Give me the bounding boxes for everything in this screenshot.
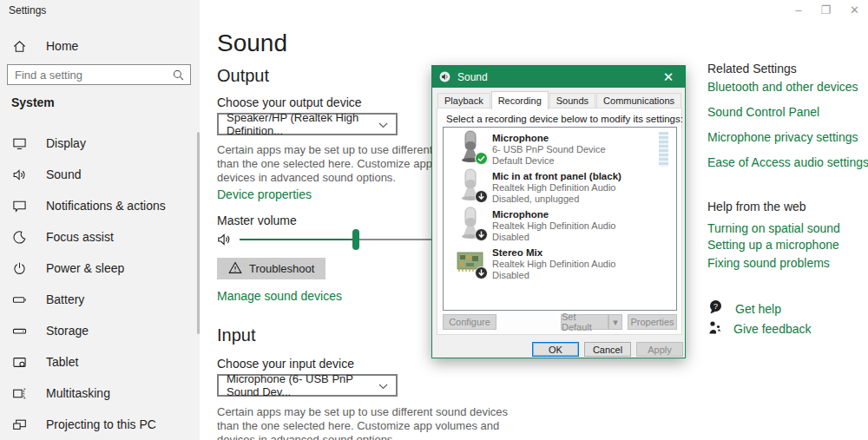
- sidebar-scrollbar[interactable]: [197, 132, 200, 334]
- sidebar-item-multitasking[interactable]: Multitasking: [0, 378, 198, 409]
- output-device-select[interactable]: Speaker/HP (Realtek High Definition...: [217, 113, 398, 135]
- link-microphone-privacy[interactable]: Microphone privacy settings: [707, 130, 858, 144]
- get-help-row[interactable]: ? Get help: [707, 299, 781, 319]
- link-fixing-sound-problems[interactable]: Fixing sound problems: [707, 256, 830, 270]
- volume-slider-thumb[interactable]: [352, 229, 359, 250]
- sidebar-item-home[interactable]: Home: [0, 31, 198, 61]
- sidebar-item-label: Focus assist: [46, 230, 114, 244]
- device-name: Microphone: [492, 207, 673, 220]
- dialog-close-icon[interactable]: ✕: [652, 66, 685, 88]
- sidebar-item-display[interactable]: Display: [0, 128, 198, 159]
- sidebar-item-focus-assist[interactable]: Focus assist: [0, 221, 198, 253]
- sidebar-nav: Display Sound Notifications & actions Fo…: [0, 128, 198, 440]
- input-heading: Input: [217, 325, 255, 345]
- troubleshoot-button[interactable]: Troubleshoot: [217, 258, 326, 279]
- microphone-icon: [456, 207, 485, 241]
- give-feedback-label: Give feedback: [733, 322, 812, 336]
- dialog-instruction: Select a recording device below to modif…: [446, 114, 683, 124]
- configure-button[interactable]: Configure: [443, 314, 496, 330]
- device-row-realtek-microphone[interactable]: Microphone Realtek High Definition Audio…: [444, 204, 676, 242]
- master-volume-label: Master volume: [217, 213, 297, 227]
- apply-button[interactable]: Apply: [636, 342, 683, 357]
- svg-text:?: ?: [713, 302, 718, 311]
- dialog-title: Sound: [457, 71, 488, 83]
- display-icon: [12, 136, 27, 151]
- device-name: Stereo Mix: [492, 245, 673, 259]
- home-icon: [12, 39, 27, 54]
- input-device-select[interactable]: Microphone (6- USB PnP Sound Dev...: [217, 374, 398, 397]
- volume-icon[interactable]: [217, 232, 233, 251]
- dialog-titlebar[interactable]: Sound ✕: [432, 66, 685, 88]
- settings-window: – ❐ ✕ Settings Home System Display: [0, 0, 868, 440]
- sidebar-home-label: Home: [46, 39, 78, 53]
- tablet-icon: [12, 355, 27, 370]
- tab-recording[interactable]: Recording: [491, 91, 549, 109]
- sidebar: Settings Home System Display Sound: [0, 0, 200, 440]
- sidebar-item-sound[interactable]: Sound: [0, 159, 198, 190]
- sidebar-section-label: System: [11, 95, 55, 109]
- input-device-label: Choose your input device: [217, 357, 354, 371]
- device-detail: Realtek High Definition Audio: [492, 220, 673, 232]
- restore-button[interactable]: ❐: [820, 0, 831, 21]
- sidebar-item-power-sleep[interactable]: Power & sleep: [0, 253, 198, 284]
- tab-sounds[interactable]: Sounds: [549, 93, 595, 108]
- device-detail: 6- USB PnP Sound Device: [492, 144, 673, 155]
- search-input[interactable]: [8, 69, 173, 82]
- sidebar-item-battery[interactable]: Battery: [0, 284, 198, 315]
- volume-track-fill: [240, 239, 356, 240]
- sidebar-item-label: Multitasking: [46, 386, 110, 400]
- close-button[interactable]: ✕: [850, 0, 859, 21]
- recording-device-list: Microphone 6- USB PnP Sound Device Defau…: [443, 127, 677, 311]
- search-box: [7, 64, 191, 85]
- disabled-arrow-icon: [475, 190, 488, 203]
- page-title: Sound: [217, 30, 287, 57]
- device-row-front-panel-mic[interactable]: Mic in at front panel (black) Realtek Hi…: [444, 166, 676, 204]
- link-setting-up-microphone[interactable]: Setting up a microphone: [707, 238, 839, 252]
- minimize-button[interactable]: –: [795, 0, 801, 21]
- dialog-tabs: Playback Recording Sounds Communications: [437, 91, 682, 108]
- ok-button[interactable]: OK: [532, 342, 579, 357]
- input-device-value: Microphone (6- USB PnP Sound Dev...: [227, 372, 378, 398]
- sidebar-item-label: Power & sleep: [46, 261, 124, 275]
- input-description: Certain apps may be set up to use differ…: [217, 405, 517, 440]
- sidebar-item-projecting[interactable]: Projecting to this PC: [0, 409, 198, 440]
- manage-sound-devices-link[interactable]: Manage sound devices: [217, 289, 342, 303]
- sidebar-item-label: Tablet: [46, 355, 78, 369]
- set-default-button[interactable]: Set Default: [561, 314, 608, 330]
- chevron-down-icon: [378, 118, 388, 131]
- focus-assist-icon: [12, 230, 27, 245]
- app-title: Settings: [9, 4, 46, 16]
- device-properties-link[interactable]: Device properties: [217, 187, 312, 201]
- device-row-stereo-mix[interactable]: Stereo Mix Realtek High Definition Audio…: [444, 242, 676, 280]
- power-sleep-icon: [12, 261, 27, 276]
- notifications-icon: [12, 199, 27, 213]
- device-status: Disabled: [492, 270, 673, 281]
- link-ease-of-access-audio[interactable]: Ease of Access audio settings: [707, 155, 868, 169]
- sidebar-item-label: Notifications & actions: [46, 199, 166, 213]
- device-row-usb-microphone[interactable]: Microphone 6- USB PnP Sound Device Defau…: [444, 128, 676, 166]
- output-device-value: Speaker/HP (Realtek High Definition...: [227, 111, 378, 137]
- link-spatial-sound[interactable]: Turning on spatial sound: [707, 221, 840, 235]
- help-heading: Help from the web: [707, 200, 806, 213]
- search-icon[interactable]: [173, 69, 184, 81]
- sidebar-item-notifications[interactable]: Notifications & actions: [0, 190, 198, 221]
- microphone-icon: [456, 168, 485, 203]
- cancel-button[interactable]: Cancel: [584, 342, 631, 357]
- link-bluetooth-devices[interactable]: Bluetooth and other devices: [707, 80, 858, 94]
- link-sound-control-panel[interactable]: Sound Control Panel: [707, 105, 819, 119]
- device-detail: Realtek High Definition Audio: [492, 182, 673, 194]
- chevron-down-icon: [378, 379, 388, 392]
- properties-button[interactable]: Properties: [628, 314, 677, 330]
- storage-icon: [12, 324, 27, 338]
- sound-dialog: Sound ✕ Playback Recording Sounds Commun…: [431, 65, 686, 358]
- sidebar-item-tablet[interactable]: Tablet: [0, 346, 198, 378]
- dialog-sound-icon: [439, 71, 450, 82]
- output-heading: Output: [217, 66, 269, 86]
- sidebar-item-storage[interactable]: Storage: [0, 315, 198, 346]
- tab-playback[interactable]: Playback: [437, 93, 490, 108]
- tab-communications[interactable]: Communications: [596, 93, 681, 108]
- set-default-dropdown-arrow[interactable]: ▾: [608, 314, 622, 330]
- give-feedback-icon: [707, 319, 722, 338]
- give-feedback-row[interactable]: Give feedback: [707, 319, 812, 338]
- sound-icon: [12, 167, 27, 182]
